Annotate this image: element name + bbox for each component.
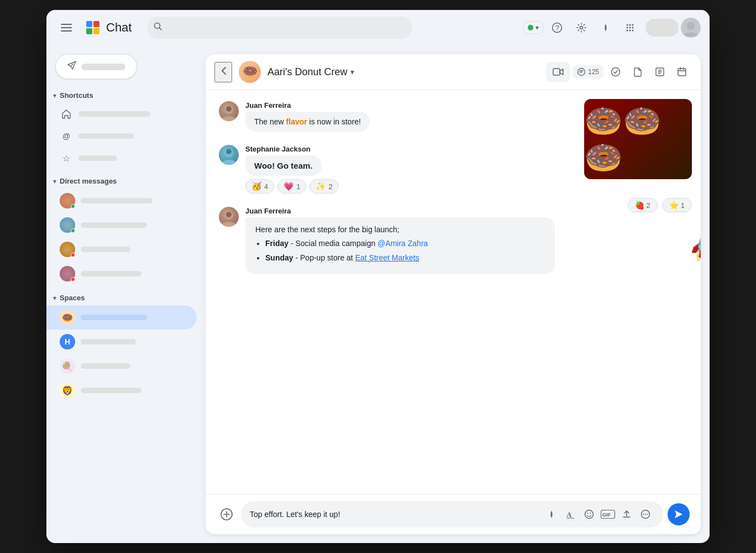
sidebar-space-candy[interactable]: 🍭 xyxy=(46,354,197,378)
messages-area: 🍩🍩🍩 Juan Ferreira xyxy=(206,90,701,494)
dm-avatar-3 xyxy=(60,242,75,257)
h-space-label xyxy=(81,339,136,345)
apps-button[interactable] xyxy=(619,17,641,39)
link-eat-street[interactable]: Eat Street Markets xyxy=(355,253,419,262)
user-avatar[interactable] xyxy=(681,18,701,38)
donut-space-icon: 🍩 xyxy=(60,310,75,325)
sidebar-space-h[interactable]: H xyxy=(46,330,197,354)
svg-point-17 xyxy=(632,27,634,29)
svg-point-47 xyxy=(590,513,591,514)
svg-point-52 xyxy=(643,514,644,515)
svg-point-13 xyxy=(629,24,631,26)
svg-point-35 xyxy=(226,106,232,112)
h-space-icon: H xyxy=(60,334,75,349)
video-call-button[interactable] xyxy=(546,62,570,82)
notification-indicator-3 xyxy=(71,253,75,257)
settings-button[interactable] xyxy=(570,17,592,39)
sparkle-count: 2 xyxy=(328,182,332,191)
svg-point-39 xyxy=(226,212,232,217)
threads-badge[interactable]: 125 xyxy=(573,65,603,79)
mention-amira[interactable]: @Amira Zahra xyxy=(377,239,428,248)
step-friday: Friday - Social media campaign @Amira Za… xyxy=(265,237,545,249)
gif-button[interactable]: GIF xyxy=(599,505,617,523)
chat-window: 🍩 Aari's Donut Crew ▾ xyxy=(206,54,701,534)
chat-title-chevron-icon[interactable]: ▾ xyxy=(350,67,354,76)
reaction-party[interactable]: 🥳 4 xyxy=(245,179,274,194)
tasks-button[interactable] xyxy=(606,62,626,82)
new-chat-button[interactable] xyxy=(55,54,137,79)
heart-emoji: 💗 xyxy=(284,181,294,191)
msg1-text-after: is now in store! xyxy=(307,117,361,126)
lion-space-icon: 🦁 xyxy=(60,383,75,398)
sidebar-space-donut[interactable]: 🍩 xyxy=(46,305,197,330)
emoji-button[interactable] xyxy=(580,505,598,523)
donut-space-label xyxy=(81,315,147,320)
right-reaction-strawberry[interactable]: 🍓 2 xyxy=(628,198,658,212)
help-button[interactable]: ? xyxy=(546,17,568,39)
spaces-chevron-icon: ▾ xyxy=(53,294,56,302)
format-button[interactable]: A xyxy=(561,505,579,523)
steps-bubble: Here are the next steps for the big laun… xyxy=(245,217,555,274)
chat-title-wrap: Aari's Donut Crew ▾ xyxy=(267,66,539,78)
compose-input[interactable] xyxy=(250,510,538,519)
calendar-button[interactable] xyxy=(672,62,692,82)
sidebar-dm-item-3[interactable] xyxy=(46,237,197,262)
svg-text:?: ? xyxy=(555,24,559,32)
search-icon xyxy=(154,22,162,33)
search-input[interactable] xyxy=(147,17,412,39)
send-button[interactable] xyxy=(668,503,690,525)
svg-point-20 xyxy=(632,30,634,32)
svg-point-14 xyxy=(632,24,634,26)
upload-button[interactable] xyxy=(618,505,636,523)
svg-rect-2 xyxy=(61,30,72,32)
home-item-label xyxy=(78,111,150,117)
reaction-sparkle[interactable]: ✨ 2 xyxy=(309,179,338,194)
add-attachment-button[interactable] xyxy=(217,504,237,524)
svg-point-21 xyxy=(687,22,695,30)
task-list-button[interactable] xyxy=(650,62,670,82)
compose-gemini-button[interactable] xyxy=(543,505,560,523)
compose-bar: A xyxy=(206,494,701,534)
top-bar-right: ▾ ? xyxy=(523,17,701,39)
compose-actions: A xyxy=(543,505,654,523)
reaction-heart[interactable]: 💗 1 xyxy=(277,179,306,194)
sidebar-dm-item-4[interactable] xyxy=(46,262,197,286)
shortcuts-label: Shortcuts xyxy=(60,91,93,100)
svg-text:A: A xyxy=(566,510,572,519)
gemini-button[interactable] xyxy=(595,17,617,39)
candy-space-icon: 🍭 xyxy=(60,358,75,374)
files-button[interactable] xyxy=(628,62,648,82)
sidebar-item-mentions[interactable]: @ xyxy=(46,125,197,147)
status-indicator[interactable]: ▾ xyxy=(523,21,544,34)
svg-point-16 xyxy=(629,27,631,29)
shortcuts-section-header[interactable]: ▾ Shortcuts xyxy=(46,88,201,103)
sidebar-space-lion[interactable]: 🦁 xyxy=(46,378,197,403)
right-reaction-star[interactable]: ⭐ 1 xyxy=(662,198,692,212)
msg1-highlight: flavor xyxy=(286,117,307,126)
shortcuts-chevron-icon: ▾ xyxy=(53,92,56,100)
spaces-section-header[interactable]: ▾ Spaces xyxy=(46,290,201,305)
compose-input-wrap: A xyxy=(241,501,663,528)
sidebar-dm-item-1[interactable] xyxy=(46,189,197,213)
sidebar-dm-item-2[interactable] xyxy=(46,213,197,237)
svg-rect-4 xyxy=(93,21,99,27)
dm-section-header[interactable]: ▾ Direct messages xyxy=(46,174,201,189)
party-count: 4 xyxy=(264,182,268,191)
message-content-3: Juan Ferreira Here are the next steps fo… xyxy=(245,207,687,274)
svg-line-8 xyxy=(160,28,162,30)
menu-button[interactable] xyxy=(55,17,77,39)
more-options-button[interactable] xyxy=(637,505,654,523)
chat-header: 🍩 Aari's Donut Crew ▾ xyxy=(206,54,701,90)
back-button[interactable] xyxy=(214,62,232,82)
sidebar-item-starred[interactable]: ☆ xyxy=(46,147,197,169)
svg-rect-0 xyxy=(61,24,72,25)
step-sunday: Sunday - Pop-up store at Eat Street Mark… xyxy=(265,252,545,264)
sidebar-item-home[interactable] xyxy=(46,103,197,125)
steps-intro: Here are the next steps for the big laun… xyxy=(255,225,400,234)
dm-avatar-2 xyxy=(60,217,75,233)
dm-section-label: Direct messages xyxy=(60,177,117,185)
online-indicator xyxy=(71,204,75,208)
svg-rect-6 xyxy=(93,28,99,34)
donut-image: 🍩🍩🍩 xyxy=(584,99,692,179)
online-indicator-2 xyxy=(71,228,75,233)
